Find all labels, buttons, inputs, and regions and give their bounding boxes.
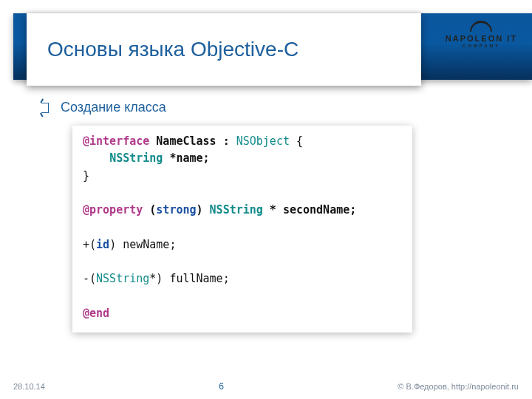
logo-line1: NAPOLEON IT bbox=[446, 34, 517, 43]
code-token: NSString bbox=[210, 203, 263, 216]
code-token: *) fullName; bbox=[149, 272, 229, 285]
content-area: Создание класса @interface NameClass : N… bbox=[41, 100, 502, 332]
code-token: @end bbox=[83, 307, 109, 320]
code-token: @property bbox=[83, 203, 143, 216]
code-token: * secondName; bbox=[263, 203, 356, 216]
code-token: -( bbox=[83, 272, 96, 285]
code-block: @interface NameClass : NSObject { NSStri… bbox=[72, 126, 412, 332]
logo-arc-icon bbox=[470, 21, 492, 32]
code-token: @interface bbox=[83, 134, 149, 148]
slide-title: Основы языка Objective-C bbox=[47, 38, 299, 61]
footer-credit: © В.Федоров, http://napoleonit.ru bbox=[398, 382, 519, 391]
footer-page: 6 bbox=[219, 381, 224, 392]
logo-line2: COMPANY bbox=[446, 44, 517, 48]
title-card: Основы языка Objective-C bbox=[27, 13, 421, 86]
company-logo: NAPOLEON IT COMPANY bbox=[446, 21, 517, 48]
code-token: id bbox=[96, 238, 109, 251]
code-token: strong bbox=[156, 203, 196, 216]
code-token: +( bbox=[83, 238, 96, 251]
bullet-icon bbox=[41, 103, 49, 113]
code-token: ( bbox=[143, 203, 156, 216]
code-token: ) bbox=[197, 203, 210, 216]
code-token: } bbox=[83, 169, 89, 183]
footer: 28.10.14 6 © В.Федоров, http://napoleoni… bbox=[13, 381, 519, 392]
code-token bbox=[83, 151, 109, 165]
code-token: ) newName; bbox=[109, 238, 176, 251]
code-token: NSObject bbox=[236, 134, 290, 148]
footer-date: 28.10.14 bbox=[13, 382, 45, 391]
code-token: NSString bbox=[96, 272, 149, 285]
code-token: NameClass : bbox=[149, 134, 236, 148]
bullet-text: Создание класса bbox=[61, 100, 166, 115]
code-token: NSString bbox=[109, 151, 163, 165]
code-token: { bbox=[290, 134, 303, 148]
bullet-row: Создание класса bbox=[41, 100, 502, 115]
code-token: *name; bbox=[163, 151, 209, 165]
